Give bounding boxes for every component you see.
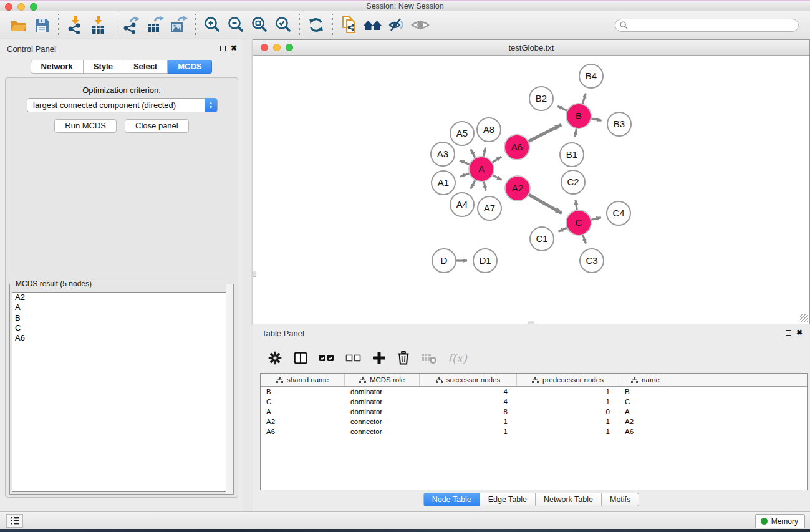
mcds-result-list[interactable]: A2ABCA6 [12, 292, 231, 492]
graph-edge-C-C1[interactable] [559, 228, 567, 231]
tab-motifs[interactable]: Motifs [602, 493, 639, 506]
hide-eye-icon[interactable] [385, 14, 408, 36]
graph-edge-C-C4[interactable] [591, 218, 600, 220]
copy-network-document-icon[interactable] [337, 14, 361, 36]
graph-edge-A-A7[interactable] [484, 181, 486, 191]
mcds-panel: Optimization criterion: largest connecte… [5, 77, 238, 498]
table-row[interactable]: Cdominator41C [261, 397, 807, 407]
criterion-value: largest connected component (directed) [33, 100, 176, 110]
network-window-titlebar[interactable]: testGlobe.txt [253, 40, 809, 56]
memory-button[interactable]: Memory [755, 514, 805, 528]
select-all-checkboxes-icon[interactable] [319, 351, 335, 365]
graph-node-label: B3 [614, 118, 625, 129]
graph-edge-B-B3[interactable] [591, 118, 602, 120]
export-table-icon[interactable] [143, 14, 167, 36]
tab-select[interactable]: Select [123, 60, 168, 74]
import-table-icon[interactable] [87, 14, 110, 36]
column-header-successor-nodes[interactable]: successor nodes [420, 374, 517, 386]
result-item[interactable]: A [12, 302, 231, 312]
home-icon[interactable] [361, 14, 385, 36]
graph-node-label: C1 [536, 233, 547, 244]
task-history-icon[interactable] [6, 514, 23, 528]
control-panel-tabs: NetworkStyleSelectMCDS [0, 60, 243, 74]
zoom-out-icon[interactable] [224, 14, 248, 36]
control-panel: Control Panel ✖ NetworkStyleSelectMCDS O… [0, 39, 243, 511]
export-image-icon[interactable] [167, 14, 191, 36]
import-network-icon[interactable] [63, 14, 87, 36]
graph-node-label: C [576, 217, 582, 228]
graph-node-label: A1 [438, 177, 449, 188]
refresh-icon[interactable] [304, 14, 328, 36]
tab-style[interactable]: Style [84, 60, 123, 74]
graph-edge-A-A5[interactable] [471, 149, 476, 158]
column-header-name[interactable]: name [619, 374, 672, 386]
close-panel-icon[interactable]: ✖ [231, 44, 237, 52]
result-item[interactable]: C [12, 323, 231, 333]
optimization-criterion-label: Optimization criterion: [6, 85, 238, 95]
column-header-MCDS-role[interactable]: MCDS role [345, 374, 420, 386]
graph-edge-C-C2[interactable] [576, 200, 577, 210]
graph-node-label: C3 [586, 255, 597, 266]
zoom-selected-icon[interactable] [271, 14, 295, 36]
graph-edge-A-A3[interactable] [460, 160, 470, 164]
tab-network[interactable]: Network [31, 60, 84, 74]
table-row[interactable]: Bdominator41B [261, 387, 807, 397]
export-network-icon[interactable] [120, 14, 143, 36]
split-columns-icon[interactable] [293, 351, 308, 365]
tab-network-table[interactable]: Network Table [536, 493, 602, 506]
graph-node-label: A2 [512, 183, 523, 193]
network-graph[interactable]: AA1A2A3A4A5A6A7A8BB1B2B3B4CC1C2C3C4DD1 [254, 56, 809, 324]
close-panel-button[interactable]: Close panel [125, 119, 189, 133]
run-mcds-button[interactable]: Run MCDS [54, 119, 117, 133]
node-table: shared nameMCDS rolesuccessor nodesprede… [260, 373, 808, 490]
graph-edge-A-A2[interactable] [493, 175, 502, 180]
network-canvas-holder[interactable]: AA1A2A3A4A5A6A7A8BB1B2B3B4CC1C2C3C4DD1 [254, 56, 809, 324]
float-panel-icon[interactable] [786, 330, 791, 336]
graph-node-label: A5 [456, 128, 468, 138]
graph-edge-B-B1[interactable] [575, 128, 576, 137]
table-panel: Table Panel ✖ f(x) shared nameMCDS roles [253, 324, 810, 511]
result-item[interactable]: A2 [12, 293, 231, 302]
float-panel-icon[interactable] [220, 46, 226, 51]
tab-mcds[interactable]: MCDS [168, 60, 212, 74]
tab-edge-table[interactable]: Edge Table [480, 493, 536, 506]
column-header-shared-name[interactable]: shared name [261, 374, 345, 386]
table-row[interactable]: A6connector11A6 [261, 427, 807, 437]
zoom-in-icon[interactable] [200, 14, 224, 36]
main-toolbar [0, 11, 810, 39]
graph-edge-A6-B[interactable] [528, 125, 561, 142]
save-icon[interactable] [30, 14, 54, 36]
eye-icon[interactable] [408, 14, 432, 36]
deselect-checkboxes-icon[interactable] [345, 351, 362, 365]
result-item[interactable]: A6 [12, 333, 231, 343]
graph-edge-A-A4[interactable] [471, 180, 476, 189]
close-panel-icon[interactable]: ✖ [796, 328, 803, 337]
gear-icon[interactable] [268, 351, 282, 365]
graph-edge-B-B4[interactable] [582, 94, 586, 104]
open-folder-icon[interactable] [6, 14, 30, 36]
result-scrollbar[interactable] [226, 284, 233, 494]
resize-grip-icon[interactable] [800, 314, 808, 322]
graph-edge-A-A1[interactable] [460, 173, 470, 177]
graph-edge-A2-C[interactable] [528, 195, 562, 213]
result-item[interactable]: B [12, 313, 231, 323]
graph-edge-B-B2[interactable] [557, 106, 567, 110]
tab-node-table[interactable]: Node Table [423, 493, 480, 506]
trash-icon[interactable] [397, 351, 410, 365]
function-builder-icon[interactable]: f(x) [448, 352, 467, 365]
table-row[interactable]: A2connector11A2 [261, 417, 807, 427]
search-input[interactable] [615, 19, 799, 32]
criterion-select[interactable]: largest connected component (directed) ▲… [27, 98, 218, 112]
splitter-grip-icon[interactable] [253, 271, 256, 277]
hierarchy-icon [436, 377, 443, 384]
zoom-fit-icon[interactable] [248, 14, 271, 36]
graph-edge-A-A8[interactable] [484, 147, 486, 157]
graph-edge-C-C3[interactable] [583, 235, 586, 244]
graph-edge-A-A6[interactable] [492, 157, 501, 162]
add-plus-icon[interactable] [372, 351, 386, 365]
delete-table-icon[interactable] [421, 351, 437, 365]
column-header-predecessor-nodes[interactable]: predecessor nodes [517, 374, 619, 386]
control-panel-title: Control Panel [7, 44, 56, 54]
desktop-background [0, 529, 810, 532]
table-row[interactable]: Adominator80A [261, 407, 807, 417]
